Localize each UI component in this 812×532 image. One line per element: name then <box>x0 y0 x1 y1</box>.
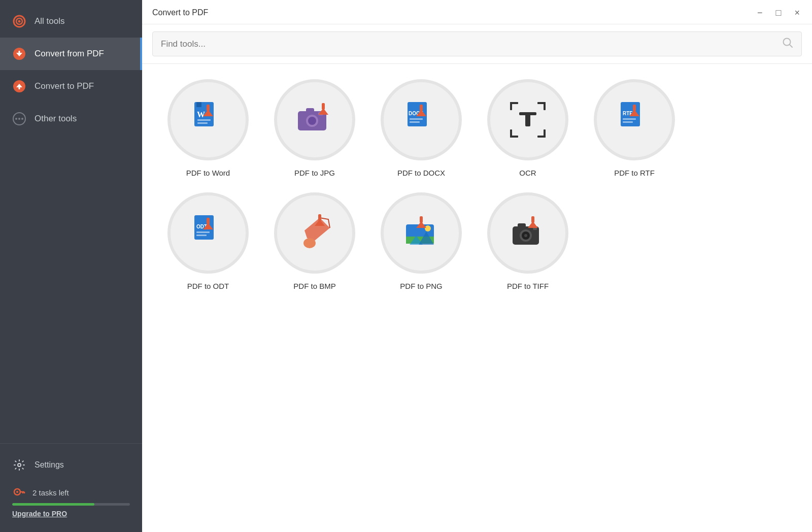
minimize-button[interactable]: − <box>755 7 765 18</box>
svg-rect-73 <box>420 216 423 223</box>
progress-bar <box>12 503 130 506</box>
sidebar-item-convert-from-pdf-label: Convert from PDF <box>35 49 104 59</box>
tool-label-pdf-to-png: PDF to PNG <box>400 282 442 290</box>
svg-point-30 <box>308 117 316 125</box>
sidebar-bottom: Settings 2 tasks left Upgrade to <box>0 443 142 532</box>
sidebar-item-other-tools[interactable]: Other tools <box>0 103 142 135</box>
tasks-left-text: 2 tasks left <box>32 488 69 497</box>
svg-text:W: W <box>197 110 205 119</box>
sidebar-item-all-tools-label: All tools <box>35 16 65 26</box>
tool-item-ocr[interactable]: OCR <box>482 79 573 177</box>
svg-rect-50 <box>525 112 530 126</box>
tool-item-pdf-to-jpg[interactable]: PDF to JPG <box>269 79 360 177</box>
svg-rect-53 <box>623 118 636 120</box>
maximize-button[interactable]: □ <box>774 7 784 18</box>
svg-point-77 <box>524 234 527 237</box>
svg-rect-56 <box>633 105 636 111</box>
svg-rect-8 <box>19 87 20 89</box>
settings-label: Settings <box>35 460 64 470</box>
svg-line-20 <box>790 45 792 47</box>
upgrade-link[interactable]: Upgrade to PRO <box>12 510 67 518</box>
svg-rect-22 <box>196 102 201 107</box>
close-button[interactable]: × <box>792 7 802 18</box>
tool-circle-pdf-to-word: W <box>167 79 249 160</box>
sidebar-item-convert-from-pdf[interactable]: Convert from PDF <box>0 38 142 70</box>
tool-circle-pdf-to-jpg <box>274 79 355 160</box>
tools-row-2: ODT PDF to ODT <box>162 192 792 290</box>
svg-point-12 <box>21 118 23 120</box>
svg-rect-38 <box>410 121 420 123</box>
tool-item-pdf-to-bmp[interactable]: PDF to BMP <box>269 192 360 290</box>
svg-rect-78 <box>518 223 526 227</box>
search-input[interactable] <box>161 39 777 49</box>
spiral-icon <box>12 14 26 28</box>
svg-point-63 <box>303 238 316 248</box>
svg-rect-27 <box>207 105 210 111</box>
svg-rect-62 <box>207 218 210 224</box>
sidebar-item-other-tools-label: Other tools <box>35 114 77 124</box>
tool-item-pdf-to-png[interactable]: PDF to PNG <box>376 192 467 290</box>
search-icon <box>782 37 793 51</box>
svg-rect-81 <box>531 216 534 223</box>
arrow-down-circle-icon <box>12 47 26 61</box>
sidebar-nav: All tools Convert from PDF Convert t <box>0 0 142 443</box>
tool-circle-pdf-to-tiff <box>487 192 568 274</box>
tool-item-pdf-to-rtf[interactable]: RTF PDF to RTF <box>589 79 680 177</box>
tools-row-1: W PDF to Word <box>162 79 792 177</box>
tool-circle-pdf-to-docx: DOCX <box>381 79 462 160</box>
search-input-wrap <box>152 31 802 56</box>
sidebar: All tools Convert from PDF Convert t <box>0 0 142 532</box>
tool-label-pdf-to-rtf: PDF to RTF <box>614 169 655 177</box>
titlebar: Convert to PDF − □ × <box>142 0 812 24</box>
tasks-left-container: 2 tasks left Upgrade to PRO <box>12 485 130 518</box>
svg-rect-40 <box>420 105 423 111</box>
tool-item-pdf-to-tiff[interactable]: PDF to TIFF <box>482 192 573 290</box>
search-bar <box>142 24 812 64</box>
settings-icon <box>12 458 26 472</box>
sidebar-item-convert-to-pdf[interactable]: Convert to PDF <box>0 70 142 103</box>
svg-rect-59 <box>196 231 210 233</box>
tool-item-pdf-to-docx[interactable]: DOCX PDF to DOCX <box>376 79 467 177</box>
svg-point-10 <box>15 118 17 120</box>
tool-label-ocr: OCR <box>519 169 536 177</box>
svg-rect-46 <box>510 129 512 138</box>
tool-circle-ocr <box>487 79 568 160</box>
tool-label-pdf-to-tiff: PDF to TIFF <box>507 282 549 290</box>
svg-rect-60 <box>196 235 207 236</box>
sidebar-item-all-tools[interactable]: All tools <box>0 5 142 38</box>
tools-grid: W PDF to Word <box>142 64 812 532</box>
svg-rect-5 <box>19 51 20 53</box>
svg-rect-65 <box>318 214 321 221</box>
svg-point-71 <box>425 225 431 231</box>
main-content: Convert to PDF − □ × <box>142 0 812 532</box>
tool-label-pdf-to-odt: PDF to ODT <box>187 282 229 290</box>
settings-item[interactable]: Settings <box>12 454 130 476</box>
key-icon <box>12 485 25 500</box>
tool-label-pdf-to-bmp: PDF to BMP <box>293 282 335 290</box>
dots-circle-icon <box>12 112 26 126</box>
sidebar-item-convert-to-pdf-label: Convert to PDF <box>35 81 94 91</box>
svg-point-13 <box>18 463 21 467</box>
svg-rect-31 <box>306 108 314 112</box>
tool-label-pdf-to-jpg: PDF to JPG <box>294 169 335 177</box>
svg-point-2 <box>18 20 21 23</box>
titlebar-controls: − □ × <box>755 7 802 18</box>
tool-circle-pdf-to-odt: ODT <box>167 192 249 274</box>
progress-fill <box>12 503 94 506</box>
svg-rect-44 <box>544 102 546 110</box>
tool-circle-pdf-to-png <box>381 192 462 274</box>
tool-label-pdf-to-docx: PDF to DOCX <box>397 169 445 177</box>
tool-circle-pdf-to-rtf: RTF <box>594 79 675 160</box>
svg-rect-42 <box>510 102 512 110</box>
tool-circle-pdf-to-bmp <box>274 192 355 274</box>
svg-rect-48 <box>544 129 546 138</box>
svg-rect-25 <box>197 122 208 124</box>
svg-rect-54 <box>623 121 633 123</box>
svg-rect-34 <box>322 103 325 110</box>
tool-item-pdf-to-word[interactable]: W PDF to Word <box>162 79 254 177</box>
tool-item-pdf-to-odt[interactable]: ODT PDF to ODT <box>162 192 254 290</box>
tool-label-pdf-to-word: PDF to Word <box>186 169 230 177</box>
titlebar-title: Convert to PDF <box>152 8 208 17</box>
arrow-up-circle-icon <box>12 79 26 93</box>
svg-point-11 <box>18 118 20 120</box>
